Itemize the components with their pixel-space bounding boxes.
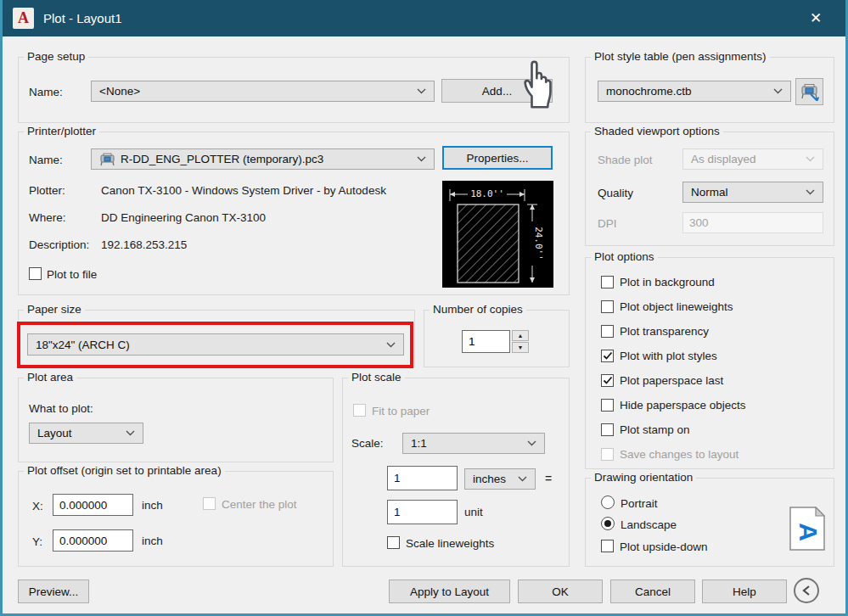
- plot-options-list: Plot in backgroundPlot object lineweight…: [601, 270, 827, 467]
- printer-name-combo[interactable]: R-DD_ENG_PLOTTER (temporary).pc3: [91, 148, 435, 170]
- what-to-plot-combo[interactable]: Layout: [29, 423, 143, 444]
- plot-option-label: Plot paperspace last: [620, 374, 723, 387]
- window-title: Plot - Layout1: [43, 11, 122, 25]
- plot-option-label: Save changes to layout: [620, 448, 738, 461]
- plot-to-file-checkbox[interactable]: [29, 267, 42, 280]
- group-label: Paper size: [24, 303, 85, 316]
- page-setup-name-combo[interactable]: <None>: [91, 81, 435, 102]
- preview-button[interactable]: Preview...: [18, 580, 89, 603]
- plot-option-checkbox[interactable]: [601, 276, 614, 288]
- apply-to-layout-button[interactable]: Apply to Layout: [389, 580, 510, 603]
- plot-option-row: Plot with plot styles: [601, 344, 827, 368]
- plot-style-table-group: Plot style table (pen assignments) monoc…: [585, 57, 834, 123]
- page-setup-group: Page setup Name: <None> Add...: [18, 57, 570, 123]
- offset-y-label: Y:: [32, 535, 42, 548]
- scale-lineweights-checkbox[interactable]: [387, 536, 400, 549]
- offset-y-input[interactable]: [53, 529, 133, 552]
- chevron-down-icon: [527, 440, 536, 446]
- scale-combo[interactable]: 1:1: [402, 433, 545, 454]
- plot-option-checkbox[interactable]: [601, 374, 614, 387]
- description-value: 192.168.253.215: [101, 238, 187, 251]
- printer-name-label: Name:: [29, 154, 63, 166]
- chevron-down-icon: [773, 88, 783, 94]
- shade-plot-label: Shade plot: [598, 154, 653, 166]
- plot-option-label: Hide paperspace objects: [620, 399, 746, 412]
- landscape-radio[interactable]: [601, 517, 615, 530]
- shaded-viewport-group: Shaded viewport options Shade plot As di…: [585, 132, 834, 246]
- close-icon[interactable]: ✕: [797, 0, 834, 36]
- offset-x-input[interactable]: [53, 494, 133, 516]
- spinner-up-icon[interactable]: ▲: [512, 330, 529, 341]
- chevron-down-icon: [126, 430, 135, 436]
- plot-option-row: Plot object lineweights: [601, 294, 827, 319]
- chevron-left-icon: [801, 585, 811, 596]
- landscape-label: Landscape: [621, 518, 677, 531]
- plot-upside-down-checkbox[interactable]: [601, 540, 614, 552]
- copies-input[interactable]: [462, 330, 510, 353]
- plot-option-checkbox: [601, 448, 614, 461]
- spinner-down-icon[interactable]: ▼: [512, 342, 529, 353]
- paper-preview: 18.0'' 24.0'': [442, 181, 553, 288]
- group-label: Plot area: [24, 371, 76, 384]
- plot-offset-group: Plot offset (origin set to printable are…: [18, 471, 334, 567]
- quality-combo[interactable]: Normal: [682, 182, 823, 203]
- dpi-label: DPI: [598, 217, 617, 230]
- plot-option-checkbox[interactable]: [601, 423, 614, 436]
- where-label: Where:: [29, 211, 66, 224]
- plot-option-checkbox[interactable]: [601, 300, 614, 313]
- center-the-plot-label: Center the plot: [222, 498, 297, 511]
- plot-dialog-window: A Plot - Layout1 ✕ Page setup Name: <Non…: [0, 0, 848, 616]
- dpi-input: [682, 212, 823, 233]
- plot-style-editor-icon: [800, 83, 819, 101]
- units-combo[interactable]: inches: [464, 468, 536, 490]
- shade-plot-combo: As displayed: [682, 148, 823, 170]
- plot-to-file-label: Plot to file: [47, 268, 97, 281]
- plot-option-checkbox[interactable]: [601, 350, 614, 362]
- fit-to-paper-label: Fit to paper: [372, 405, 430, 417]
- title-bar: A Plot - Layout1 ✕: [0, 0, 848, 36]
- add-button[interactable]: Add...: [441, 79, 553, 103]
- description-label: Description:: [29, 238, 89, 251]
- less-options-button[interactable]: [794, 578, 819, 603]
- printer-plotter-group: Printer/plotter Name: R-DD_ENG_PLOTTER (…: [18, 132, 570, 295]
- group-label: Shaded viewport options: [591, 125, 723, 137]
- plotter-device-icon: [99, 153, 115, 166]
- scale-lineweights-label: Scale lineweights: [406, 537, 494, 550]
- plotter-value: Canon TX-3100 - Windows System Driver - …: [101, 184, 386, 197]
- group-label: Plot options: [591, 250, 658, 263]
- plot-option-row: Plot transparency: [601, 319, 827, 344]
- plot-options-group: Plot options Plot in backgroundPlot obje…: [585, 257, 834, 469]
- offset-x-unit: inch: [142, 499, 163, 512]
- plot-option-checkbox[interactable]: [601, 325, 614, 338]
- equals-sign: =: [545, 472, 552, 485]
- drawing-units-input[interactable]: [387, 500, 458, 524]
- portrait-label: Portrait: [621, 497, 658, 510]
- svg-text:A: A: [795, 523, 823, 541]
- offset-x-label: X:: [32, 500, 43, 512]
- where-value: DD Engineering Canon TX-3100: [101, 211, 266, 224]
- group-label: Number of copies: [430, 303, 526, 316]
- plot-option-checkbox[interactable]: [601, 399, 614, 412]
- chevron-down-icon: [806, 156, 815, 162]
- ok-button[interactable]: OK: [518, 580, 603, 603]
- preview-width-text: 18.0'': [470, 188, 504, 199]
- chevron-down-icon: [417, 156, 426, 162]
- portrait-radio[interactable]: [601, 496, 615, 509]
- edit-plot-style-button[interactable]: [795, 78, 823, 105]
- group-label: Plot style table (pen assignments): [591, 50, 770, 63]
- cancel-button[interactable]: Cancel: [610, 580, 695, 603]
- plot-option-row: Save changes to layout: [601, 442, 827, 467]
- plot-area-group: Plot area What to plot: Layout: [18, 378, 334, 462]
- plot-option-row: Plot stamp on: [601, 417, 827, 442]
- plot-option-label: Plot with plot styles: [620, 350, 717, 362]
- plot-option-label: Plot transparency: [620, 325, 709, 338]
- plot-style-combo[interactable]: monochrome.ctb: [598, 81, 791, 102]
- properties-button[interactable]: Properties...: [442, 146, 553, 170]
- help-button[interactable]: Help: [702, 580, 787, 603]
- center-the-plot-checkbox: [203, 497, 216, 510]
- group-label: Drawing orientation: [591, 471, 696, 484]
- page-setup-name-label: Name:: [29, 86, 63, 98]
- paper-units-input[interactable]: [387, 466, 458, 490]
- group-label: Page setup: [24, 50, 88, 63]
- plot-scale-group: Plot scale Fit to paper Scale: 1:1 inche…: [342, 378, 570, 567]
